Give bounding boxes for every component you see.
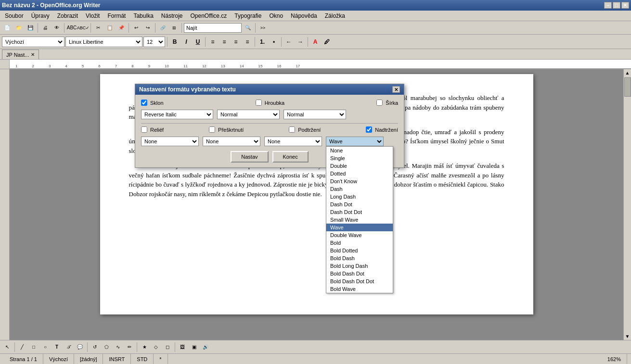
preskrtuti-checkbox[interactable] (209, 126, 215, 133)
dropdown-bold[interactable]: Bold (326, 239, 393, 247)
print-button[interactable]: 🖨 (40, 23, 51, 33)
flowchart-tool[interactable]: ◇ (151, 342, 161, 352)
sklon-checkbox[interactable] (141, 100, 147, 106)
callout2-tool[interactable]: ◻ (162, 342, 173, 352)
dropdown-double[interactable]: Double (326, 162, 393, 170)
sklon-select[interactable]: Reverse Italic (141, 110, 213, 119)
close-window-button[interactable]: ✕ (621, 2, 629, 9)
rect-tool[interactable]: □ (28, 342, 39, 352)
nadtrzeni-select[interactable]: Wave (326, 137, 384, 146)
rotate-tool[interactable]: ↺ (90, 342, 100, 352)
menu-soubor[interactable]: Soubor (2, 12, 26, 20)
menu-zobrazit[interactable]: Zobrazit (54, 12, 81, 20)
dropdown-none[interactable]: None (326, 147, 393, 154)
dropdown-dotted[interactable]: Dotted (326, 170, 393, 177)
sirka-select[interactable]: Normal (283, 110, 346, 119)
text-tool[interactable]: T (52, 342, 62, 352)
dropdown-bold-wave[interactable]: Bold Wave (326, 285, 393, 293)
insert-frame[interactable]: ▣ (189, 342, 199, 352)
underline-button[interactable]: U (193, 37, 203, 47)
cut-button[interactable]: ✂ (93, 23, 103, 33)
preskrtuti-select[interactable]: None (203, 137, 260, 146)
symbol-tool[interactable]: ★ (139, 342, 150, 352)
hroubka-select[interactable]: Normal (217, 110, 280, 119)
insert-sound[interactable]: 🔊 (200, 342, 211, 352)
align-left-button[interactable]: ≡ (207, 37, 218, 47)
dropdown-bold-dotted[interactable]: Bold Dotted (326, 247, 393, 254)
dropdown-small-wave[interactable]: Small Wave (326, 216, 393, 224)
copy-button[interactable]: 📋 (104, 23, 115, 33)
indent-less-button[interactable]: ← (283, 37, 294, 47)
dropdown-single[interactable]: Single (326, 154, 393, 162)
paste-button[interactable]: 📌 (116, 23, 127, 33)
redo-button[interactable]: ↪ (142, 23, 153, 33)
new-button[interactable]: 📄 (2, 23, 13, 33)
bezier-tool[interactable]: ∿ (113, 342, 123, 352)
menu-zalozka[interactable]: Záložka (322, 12, 348, 20)
menu-okno[interactable]: Okno (266, 12, 286, 20)
dropdown-dash-dot[interactable]: Dash Dot (326, 201, 393, 208)
dropdown-dont-know[interactable]: Don't Know (326, 177, 393, 185)
undo-button[interactable]: ↩ (131, 23, 142, 33)
nastav-button[interactable]: Nastav (231, 151, 268, 163)
dropdown-dash[interactable]: Dash (326, 185, 393, 193)
font-color-button[interactable]: A (310, 37, 321, 47)
align-right-button[interactable]: ≡ (231, 37, 241, 47)
dropdown-dash-dot-dot[interactable]: Dash Dot Dot (326, 208, 393, 216)
menu-nastroje[interactable]: Nástroje (158, 12, 186, 20)
style-select[interactable]: Výchozí (2, 37, 64, 47)
save-button[interactable]: 💾 (25, 23, 36, 33)
indent-more-button[interactable]: → (295, 37, 306, 47)
highlight-button[interactable]: 🖊 (322, 37, 332, 47)
more-tools-button[interactable]: >> (258, 23, 268, 33)
polygon-tool[interactable]: ⬠ (101, 342, 112, 352)
hroubka-checkbox[interactable] (256, 100, 262, 106)
hyperlink-button[interactable]: 🔗 (157, 23, 168, 33)
font-select[interactable]: Linux Libertine (65, 37, 142, 47)
bold-button[interactable]: B (169, 37, 180, 47)
callout-tool[interactable]: 💬 (75, 342, 85, 352)
sirka-checkbox[interactable] (376, 100, 383, 106)
relief-checkbox[interactable] (141, 126, 147, 133)
menu-format[interactable]: Formát (104, 12, 129, 20)
spell2-button[interactable]: ABC✓ (78, 23, 89, 33)
dropdown-long-dash[interactable]: Long Dash (326, 193, 393, 201)
dialog-close-button[interactable]: ✕ (392, 86, 400, 93)
podtrzeni-checkbox[interactable] (289, 126, 295, 133)
search-input[interactable] (184, 23, 242, 33)
podtrzeni-select[interactable]: None (264, 137, 322, 146)
tab-close-icon[interactable]: ✕ (31, 52, 35, 57)
menu-upravy[interactable]: Úpravy (28, 12, 52, 20)
align-justify-button[interactable]: ≡ (242, 37, 253, 47)
table-button[interactable]: ⊞ (169, 23, 180, 33)
dropdown-bold-long-dash[interactable]: Bold Long Dash (326, 262, 393, 270)
menu-typografie[interactable]: Typografie (232, 12, 264, 20)
italic-button[interactable]: I (181, 37, 192, 47)
minimize-button[interactable]: – (604, 2, 612, 9)
cursor-tool[interactable]: 𝒯 (63, 342, 74, 352)
konec-button[interactable]: Konec (272, 151, 309, 163)
search-button[interactable]: 🔍 (243, 23, 253, 33)
align-center-button[interactable]: ≡ (219, 37, 230, 47)
open-button[interactable]: 📁 (13, 23, 24, 33)
preview-button[interactable]: 👁 (52, 23, 62, 33)
maximize-button[interactable]: □ (613, 2, 620, 9)
dropdown-wave[interactable]: Wave (326, 224, 393, 231)
freeform-tool[interactable]: ✏ (124, 342, 135, 352)
numbering-button[interactable]: 1. (257, 37, 268, 47)
tab-jp-nast[interactable]: JP Nast... ✕ (2, 50, 39, 59)
menu-openoffice[interactable]: OpenOffice.cz (188, 12, 230, 20)
insert-image[interactable]: 🖼 (177, 342, 188, 352)
dropdown-bold-dash[interactable]: Bold Dash (326, 254, 393, 262)
size-select[interactable]: 12 (143, 37, 165, 47)
dropdown-bold-dash-dot[interactable]: Bold Dash Dot (326, 270, 393, 277)
menu-vlozit[interactable]: Vložit (83, 12, 103, 20)
menu-tabulka[interactable]: Tabulka (130, 12, 156, 20)
ellipse-tool[interactable]: ○ (40, 342, 51, 352)
nadtrzeni-checkbox[interactable] (366, 126, 372, 133)
relief-select[interactable]: None (141, 137, 199, 146)
menu-napoveda[interactable]: Nápověda (288, 12, 320, 20)
spell-button[interactable]: ABC (66, 23, 77, 33)
dropdown-bold-dash-dot-dot[interactable]: Bold Dash Dot Dot (326, 277, 393, 285)
select-tool[interactable]: ↖ (2, 342, 13, 352)
